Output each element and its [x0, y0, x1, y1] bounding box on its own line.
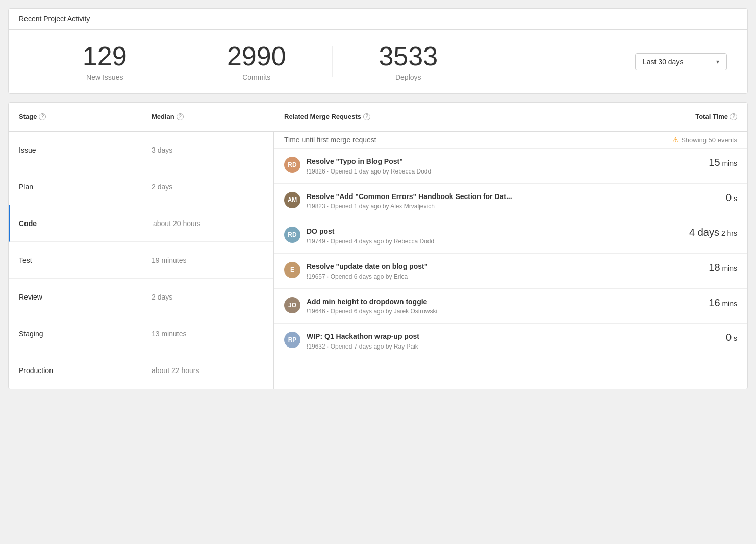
mr-meta: !19657 · Opened 6 days ago by Erica [307, 273, 690, 280]
date-range-dropdown[interactable]: Last 30 days ▾ [635, 53, 727, 70]
stats-card: Recent Project Activity 129 New Issues 2… [8, 8, 748, 94]
warning-icon: ⚠ [672, 136, 679, 144]
stats-header: Recent Project Activity [9, 9, 747, 30]
avatar: RD [284, 157, 300, 173]
mr-time: 16 mins [696, 297, 737, 309]
merge-requests-panel: Time until first merge request ⚠ Showing… [274, 132, 747, 389]
mr-time: 15 mins [696, 157, 737, 168]
stat-number-issues: 129 [29, 42, 181, 71]
stage-name: Plan [9, 175, 141, 199]
stage-row[interactable]: Test 19 minutes [9, 242, 273, 279]
list-item: RP WIP: Q1 Hackathon wrap-up post !19632… [274, 324, 747, 358]
stat-label-commits: Commits [181, 73, 333, 81]
mr-content: WIP: Q1 Hackathon wrap-up post !19632 · … [307, 332, 690, 350]
mr-content: Resolve "Typo in Blog Post" !19826 · Ope… [307, 157, 690, 175]
chevron-down-icon: ▾ [716, 58, 719, 65]
time-until-label: Time until first merge request [284, 136, 376, 144]
stat-number-deploys: 3533 [333, 42, 484, 71]
median-help-icon[interactable]: ? [177, 113, 184, 120]
mr-content: Resolve "update date on blog post" !1965… [307, 262, 690, 280]
stage-row[interactable]: Staging 13 minutes [9, 315, 273, 352]
list-item: RD DO post !19749 · Opened 4 days ago by… [274, 218, 747, 254]
stage-row[interactable]: Plan 2 days [9, 168, 273, 205]
mr-time: 18 mins [696, 262, 737, 274]
mr-title[interactable]: Resolve "Typo in Blog Post" [307, 157, 690, 167]
mr-title[interactable]: DO post [307, 227, 683, 237]
stat-label-deploys: Deploys [333, 73, 484, 81]
list-item: RD Resolve "Typo in Blog Post" !19826 · … [274, 149, 747, 184]
stage-row[interactable]: Review 2 days [9, 279, 273, 315]
avatar: RD [284, 227, 300, 243]
table-header: Stage ? Median ? Related Merge Requests … [9, 103, 747, 132]
table-body: Issue 3 days Plan 2 days Code about 20 h… [9, 132, 747, 389]
stats-title: Recent Project Activity [19, 15, 90, 23]
stage-name: Test [9, 248, 141, 273]
mr-content: DO post !19749 · Opened 4 days ago by Re… [307, 227, 683, 245]
mr-meta: !19749 · Opened 4 days ago by Rebecca Do… [307, 238, 683, 245]
stat-deploys: 3533 Deploys [333, 42, 484, 81]
mr-meta: !19823 · Opened 1 day ago by Alex Mrvalj… [307, 203, 690, 210]
cycle-analytics-table: Stage ? Median ? Related Merge Requests … [8, 102, 748, 389]
avatar: E [284, 262, 300, 278]
related-mr-help-icon[interactable]: ? [363, 113, 370, 120]
th-related-mr: Related Merge Requests ? [274, 109, 666, 125]
stage-help-icon[interactable]: ? [39, 113, 46, 120]
stat-label-issues: New Issues [29, 73, 181, 81]
stage-median: 13 minutes [141, 322, 274, 346]
stage-median: about 22 hours [141, 358, 274, 383]
stage-median: about 20 hours [143, 211, 275, 236]
mr-meta: !19826 · Opened 1 day ago by Rebecca Dod… [307, 168, 690, 175]
stage-name: Review [9, 285, 141, 309]
mr-meta: !19632 · Opened 7 days ago by Ray Paik [307, 343, 690, 350]
stage-row[interactable]: Code about 20 hours [9, 205, 273, 242]
list-item: E Resolve "update date on blog post" !19… [274, 254, 747, 289]
stage-median: 3 days [141, 138, 274, 162]
mr-title[interactable]: Resolve "update date on blog post" [307, 262, 690, 272]
mr-content: Add min height to dropdown toggle !19646… [307, 297, 690, 315]
mr-title[interactable]: WIP: Q1 Hackathon wrap-up post [307, 332, 690, 342]
stage-list: Issue 3 days Plan 2 days Code about 20 h… [9, 132, 274, 389]
mr-time: 0 s [696, 332, 737, 343]
th-median: Median ? [141, 109, 274, 125]
stage-name: Staging [9, 322, 141, 346]
mr-content: Resolve "Add "Common Errors" Handbook Se… [307, 192, 690, 210]
list-item: AM Resolve "Add "Common Errors" Handbook… [274, 184, 747, 219]
mr-title[interactable]: Add min height to dropdown toggle [307, 297, 690, 307]
th-stage: Stage ? [9, 109, 141, 125]
mr-title[interactable]: Resolve "Add "Common Errors" Handbook Se… [307, 192, 690, 202]
stage-median: 2 days [141, 175, 274, 199]
dropdown-label: Last 30 days [643, 58, 683, 66]
stage-name: Production [9, 358, 141, 383]
avatar: RP [284, 332, 300, 348]
stats-body: 129 New Issues 2990 Commits 3533 Deploys… [9, 30, 747, 93]
stage-name: Issue [9, 138, 141, 162]
total-time-help-icon[interactable]: ? [730, 113, 737, 120]
stage-row[interactable]: Production about 22 hours [9, 352, 273, 389]
showing-events: ⚠ Showing 50 events [672, 136, 737, 144]
avatar: AM [284, 192, 300, 208]
showing-events-bar: Time until first merge request ⚠ Showing… [274, 132, 747, 149]
stat-number-commits: 2990 [181, 42, 333, 71]
stage-median: 2 days [141, 285, 274, 309]
stage-row[interactable]: Issue 3 days [9, 132, 273, 168]
mr-time: 0 s [696, 192, 737, 204]
stat-commits: 2990 Commits [181, 42, 333, 81]
mr-meta: !19646 · Opened 6 days ago by Jarek Ostr… [307, 308, 690, 315]
avatar: JO [284, 297, 300, 313]
stage-median: 19 minutes [141, 248, 274, 273]
list-item: JO Add min height to dropdown toggle !19… [274, 289, 747, 324]
mr-time: 4 days 2 hrs [689, 227, 737, 238]
th-total-time: Total Time ? [666, 109, 747, 125]
stat-new-issues: 129 New Issues [29, 42, 181, 81]
stage-name: Code [10, 211, 143, 236]
